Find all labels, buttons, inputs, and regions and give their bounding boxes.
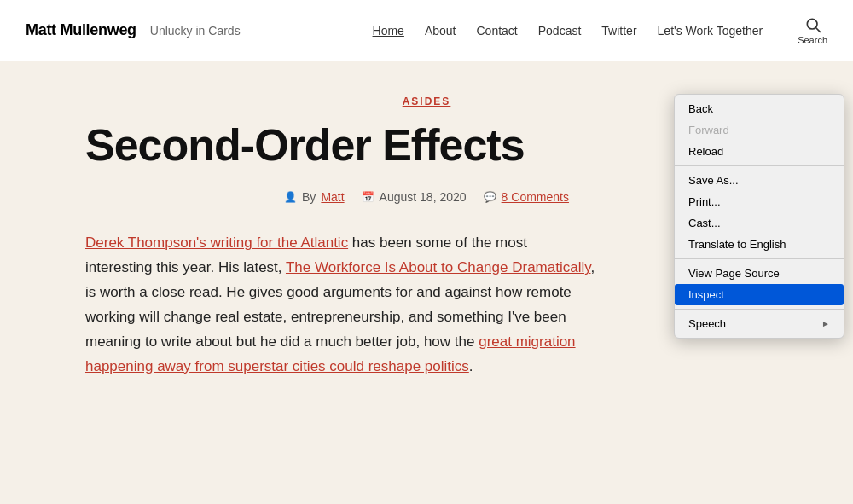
menu-view-source[interactable]: View Page Source [675,263,844,284]
author-prefix: By [302,190,316,204]
site-title: Matt Mullenweg [26,21,136,39]
speech-arrow-icon: ► [821,319,830,328]
author-icon: 👤 [284,191,297,203]
post-date: August 18, 2020 [380,190,467,204]
menu-reload[interactable]: Reload [675,141,844,162]
comments-meta: 💬 8 Comments [484,190,569,204]
menu-separator-2 [675,258,844,259]
post-body: Derek Thompson's writing for the Atlanti… [17,231,665,379]
site-header: Matt Mullenweg Unlucky in Cards Home Abo… [0,0,853,61]
author-link[interactable]: Matt [321,190,344,204]
nav-podcast[interactable]: Podcast [538,24,582,38]
body-text-3: . [469,358,473,374]
menu-save-as[interactable]: Save As... [675,170,844,191]
nav-about[interactable]: About [425,24,456,38]
main-nav: Home About Contact Podcast Twitter Let's… [373,24,763,38]
menu-separator-1 [675,165,844,166]
nav-contact[interactable]: Contact [477,24,518,38]
menu-speech[interactable]: Speech ► [675,313,844,334]
derek-thompson-link[interactable]: Derek Thompson's writing for the Atlanti… [85,235,348,251]
context-menu: Back Forward Reload Save As... Print... … [674,94,844,339]
menu-cast[interactable]: Cast... [675,212,844,234]
menu-translate[interactable]: Translate to English [675,234,844,255]
workforce-link[interactable]: The Workforce Is About to Change Dramati… [286,259,590,275]
calendar-icon: 📅 [362,191,374,203]
menu-separator-3 [675,309,844,310]
date-meta: 📅 August 18, 2020 [362,190,467,204]
menu-inspect[interactable]: Inspect [675,284,844,305]
header-left: Matt Mullenweg Unlucky in Cards [26,21,373,39]
comments-link[interactable]: 8 Comments [502,190,569,204]
search-icon [804,16,821,33]
author-meta: 👤 By Matt [284,190,345,204]
svg-line-1 [815,27,820,32]
menu-back[interactable]: Back [675,98,844,119]
search-button[interactable]: Search [780,16,827,45]
nav-home[interactable]: Home [373,24,404,38]
menu-print[interactable]: Print... [675,191,844,212]
search-label: Search [798,35,827,45]
nav-work-together[interactable]: Let's Work Together [658,24,763,38]
site-tagline: Unlucky in Cards [150,24,241,38]
nav-twitter[interactable]: Twitter [601,24,636,38]
comment-icon: 💬 [484,191,496,203]
menu-forward: Forward [675,119,844,141]
